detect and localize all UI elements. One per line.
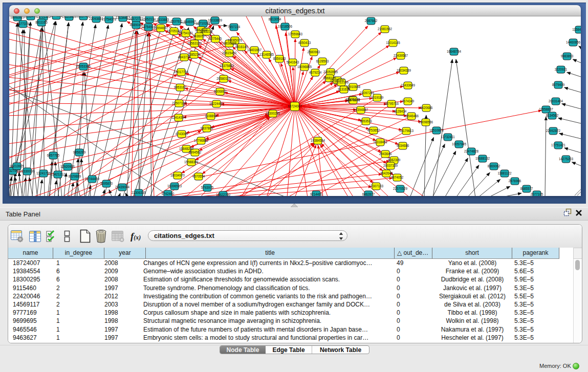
svg-text:18034339: 18034339: [397, 69, 411, 72]
svg-text:2087662: 2087662: [365, 19, 378, 23]
svg-text:10710248: 10710248: [196, 21, 211, 25]
svg-text:14401657: 14401657: [247, 48, 262, 52]
svg-text:21012166: 21012166: [334, 80, 349, 84]
svg-text:14275203: 14275203: [559, 157, 574, 161]
svg-text:11558837: 11558837: [539, 107, 553, 111]
svg-text:18096865: 18096865: [297, 65, 312, 69]
svg-text:18034970: 18034970: [170, 173, 185, 177]
svg-text:17307133: 17307133: [369, 184, 384, 188]
svg-text:5685216: 5685216: [200, 30, 213, 33]
svg-text:1108894: 1108894: [205, 114, 217, 118]
svg-text:22744459: 22744459: [85, 177, 100, 181]
svg-text:9275445: 9275445: [209, 37, 222, 40]
svg-text:20580115: 20580115: [216, 77, 231, 80]
svg-text:18922760: 18922760: [216, 193, 231, 196]
svg-text:21754078: 21754078: [102, 17, 117, 21]
svg-text:9214491: 9214491: [310, 192, 323, 196]
svg-text:6128503: 6128503: [316, 59, 329, 63]
svg-text:8685577: 8685577: [520, 187, 533, 190]
svg-text:1653531: 1653531: [360, 119, 373, 123]
svg-text:8079409: 8079409: [552, 83, 565, 86]
svg-text:8359183: 8359183: [273, 57, 286, 60]
svg-text:13701506: 13701506: [36, 16, 51, 18]
svg-text:22570529: 22570529: [393, 187, 408, 190]
svg-text:6306893: 6306893: [214, 90, 227, 93]
svg-text:15588301: 15588301: [184, 160, 199, 164]
svg-text:3220921: 3220921: [555, 68, 568, 71]
svg-text:4843718: 4843718: [178, 55, 191, 59]
svg-text:3395870: 3395870: [100, 182, 113, 185]
svg-text:13179613: 13179613: [399, 129, 414, 133]
svg-text:6420686: 6420686: [420, 106, 433, 110]
svg-text:13241736: 13241736: [36, 171, 51, 175]
svg-text:10057945: 10057945: [452, 142, 467, 146]
svg-text:17394887: 17394887: [354, 108, 368, 112]
svg-text:9958289: 9958289: [73, 150, 86, 154]
svg-text:18724007: 18724007: [288, 104, 302, 108]
svg-text:11584847: 11584847: [572, 28, 581, 31]
svg-text:20615450: 20615450: [222, 51, 237, 55]
svg-text:4570554: 4570554: [192, 174, 205, 178]
svg-text:3874052: 3874052: [391, 176, 404, 179]
svg-text:20053346: 20053346: [76, 64, 91, 68]
svg-text:8134562: 8134562: [546, 114, 559, 117]
svg-text:19085076: 19085076: [228, 38, 243, 42]
svg-text:8811165: 8811165: [35, 20, 48, 24]
svg-text:6457765: 6457765: [47, 154, 60, 157]
svg-text:8369062: 8369062: [488, 164, 500, 168]
svg-text:2077105: 2077105: [531, 192, 543, 196]
svg-text:16224441: 16224441: [209, 102, 224, 105]
svg-text:16213925: 16213925: [10, 164, 25, 168]
svg-text:11014145: 11014145: [386, 41, 400, 45]
svg-text:2537611: 2537611: [170, 19, 183, 23]
svg-text:13546466: 13546466: [404, 114, 419, 118]
svg-text:6128434: 6128434: [394, 110, 407, 113]
svg-text:16648784: 16648784: [447, 50, 462, 53]
svg-text:5188470: 5188470: [25, 16, 37, 18]
svg-text:21433649: 21433649: [401, 83, 416, 87]
svg-text:3642648: 3642648: [380, 171, 393, 175]
svg-text:11881122: 11881122: [497, 171, 512, 175]
svg-text:12414394: 12414394: [171, 116, 186, 119]
svg-text:20372723: 20372723: [129, 17, 144, 20]
svg-text:11318461: 11318461: [373, 140, 387, 144]
svg-text:13421212: 13421212: [51, 172, 66, 176]
svg-text:19523409: 19523409: [62, 16, 77, 18]
svg-text:17751421: 17751421: [551, 143, 566, 147]
svg-text:21981592: 21981592: [378, 27, 393, 31]
svg-text:13146585: 13146585: [259, 53, 274, 56]
svg-text:8813054: 8813054: [269, 17, 281, 21]
svg-text:18992829: 18992829: [10, 16, 25, 19]
svg-text:2943646: 2943646: [379, 152, 392, 156]
svg-text:12920906: 12920906: [60, 165, 75, 168]
svg-text:22306335: 22306335: [132, 191, 146, 194]
svg-text:10848230: 10848230: [179, 147, 194, 150]
svg-text:8029889: 8029889: [69, 174, 81, 178]
svg-text:19218506: 19218506: [278, 25, 293, 28]
svg-text:7674349: 7674349: [402, 99, 415, 103]
svg-text:5641643: 5641643: [287, 60, 299, 64]
svg-text:6742460: 6742460: [162, 192, 175, 195]
svg-text:4679214: 4679214: [309, 71, 322, 74]
svg-text:17796882: 17796882: [194, 139, 209, 142]
svg-text:19836388: 19836388: [222, 41, 237, 45]
svg-text:15375853: 15375853: [220, 64, 234, 68]
svg-text:2876966: 2876966: [509, 179, 521, 183]
svg-text:19688132: 19688132: [475, 157, 490, 160]
svg-text:8646997: 8646997: [184, 20, 197, 24]
svg-text:9436057: 9436057: [193, 34, 206, 38]
svg-text:9983893: 9983893: [561, 54, 574, 58]
svg-text:5793975: 5793975: [201, 186, 214, 189]
svg-text:7857224: 7857224: [228, 25, 241, 29]
svg-text:22474828: 22474828: [464, 149, 479, 153]
svg-text:18300295: 18300295: [266, 112, 280, 115]
svg-text:3677374: 3677374: [17, 22, 30, 26]
svg-text:9837869: 9837869: [201, 126, 213, 130]
svg-text:22053595: 22053595: [323, 70, 338, 74]
svg-text:4743069: 4743069: [176, 132, 188, 136]
svg-text:16396513: 16396513: [167, 184, 182, 188]
svg-text:19098556: 19098556: [419, 120, 433, 124]
svg-text:13732411: 13732411: [441, 135, 455, 139]
svg-text:18754131: 18754131: [179, 31, 193, 35]
svg-text:9034686: 9034686: [397, 144, 409, 147]
